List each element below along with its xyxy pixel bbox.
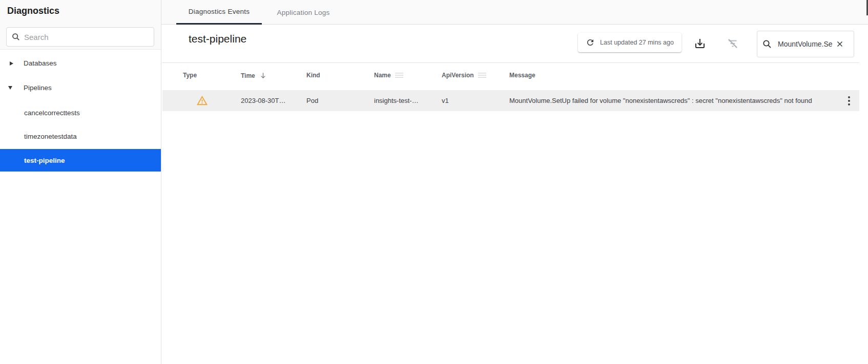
sidebar: Diagnostics Databases Pipelines cancelco… <box>0 0 161 364</box>
sidebar-item-test-pipeline[interactable]: test-pipeline <box>0 149 161 172</box>
column-header-message[interactable]: Message <box>509 72 535 79</box>
sidebar-search <box>6 27 154 47</box>
table-header-row: Type Time Kind Name ApiVersion Message <box>162 63 859 90</box>
event-message-cell: MountVolume.SetUp failed for volume "non… <box>509 90 812 111</box>
sidebar-item-databases[interactable]: Databases <box>0 54 161 73</box>
download-button[interactable] <box>693 37 707 50</box>
warning-icon <box>196 95 208 106</box>
search-icon <box>12 33 20 41</box>
column-label: Kind <box>306 72 320 79</box>
page-title: test-pipeline <box>189 33 246 45</box>
column-header-kind[interactable]: Kind <box>306 72 320 79</box>
event-name-cell: insights-test-… <box>374 90 419 111</box>
sidebar-item-timezonetestdata[interactable]: timezonetestdata <box>0 127 161 146</box>
event-type-cell <box>196 90 208 111</box>
tab-diagnostics-events[interactable]: Diagnostics Events <box>176 0 262 25</box>
row-actions-button[interactable] <box>840 90 858 111</box>
refresh-icon <box>586 38 595 47</box>
column-label: Name <box>374 72 391 79</box>
diagnostics-app: Diagnostics Databases Pipelines cancelco… <box>0 0 868 364</box>
chevron-down-icon[interactable] <box>8 86 12 90</box>
sort-descending-icon[interactable] <box>259 72 267 79</box>
message-filter-input[interactable] <box>778 40 834 48</box>
chevron-right-icon[interactable] <box>10 61 13 66</box>
sidebar-item-label: timezonetestdata <box>24 133 77 140</box>
sidebar-search-input[interactable] <box>24 33 149 41</box>
column-label: Type <box>183 72 197 79</box>
kebab-dot <box>848 96 850 98</box>
filter-menu-icon[interactable] <box>395 72 403 78</box>
download-icon <box>694 37 706 50</box>
table-row[interactable]: 2023-08-30T… Pod insights-test-… v1 Moun… <box>162 90 859 111</box>
refresh-button[interactable]: Last updated 27 mins ago <box>578 33 681 52</box>
sidebar-item-label: cancelcorrecttests <box>24 109 80 117</box>
sidebar-item-pipelines[interactable]: Pipelines <box>0 78 161 97</box>
column-header-time[interactable]: Time <box>241 72 267 79</box>
column-label: Time <box>241 72 255 79</box>
app-title: Diagnostics <box>7 6 59 16</box>
search-icon <box>762 39 772 49</box>
event-time-cell: 2023-08-30T… <box>241 90 285 111</box>
tab-application-logs[interactable]: Application Logs <box>262 0 345 25</box>
column-header-name[interactable]: Name <box>374 72 403 79</box>
tab-label: Application Logs <box>277 9 329 16</box>
column-header-type[interactable]: Type <box>183 72 197 79</box>
kebab-dot <box>848 103 850 105</box>
filter-off-icon <box>726 37 739 50</box>
close-icon <box>835 39 844 49</box>
column-label: ApiVersion <box>442 72 474 79</box>
filter-menu-icon[interactable] <box>478 72 486 78</box>
clear-search-button[interactable] <box>834 38 845 50</box>
toolbar-search <box>757 31 854 57</box>
sidebar-item-label: Databases <box>24 59 57 67</box>
tab-bar: Diagnostics Events Application Logs <box>161 0 868 25</box>
tab-label: Diagnostics Events <box>189 8 250 15</box>
column-header-apiversion[interactable]: ApiVersion <box>442 72 486 79</box>
main-panel: Diagnostics Events Application Logs test… <box>161 0 868 364</box>
sidebar-item-cancelcorrecttests[interactable]: cancelcorrecttests <box>0 103 161 122</box>
last-updated-label: Last updated 27 mins ago <box>600 39 674 46</box>
kebab-dot <box>848 100 850 102</box>
event-apiversion-cell: v1 <box>442 90 449 111</box>
sidebar-item-label: Pipelines <box>24 84 52 92</box>
sidebar-item-label: test-pipeline <box>24 157 65 164</box>
sidebar-header: Diagnostics <box>0 0 161 50</box>
clear-filters-button[interactable] <box>726 37 739 50</box>
column-label: Message <box>509 72 535 79</box>
event-kind-cell: Pod <box>306 90 318 111</box>
